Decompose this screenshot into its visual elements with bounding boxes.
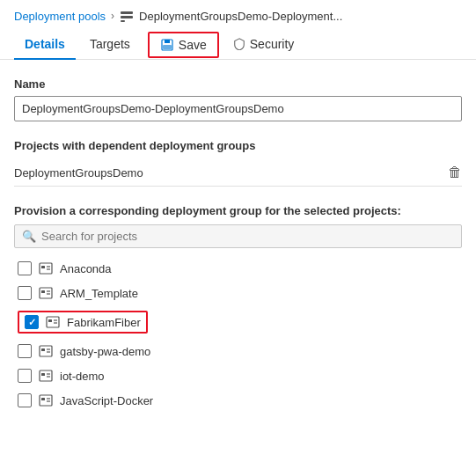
project-checkbox[interactable] [18, 393, 32, 407]
svg-rect-15 [48, 319, 52, 322]
deployment-pools-icon [120, 9, 134, 23]
delete-icon[interactable]: 🗑 [448, 165, 462, 180]
svg-rect-11 [41, 290, 45, 293]
list-item: FabrikamFiber [14, 306, 462, 338]
svg-rect-6 [40, 263, 52, 274]
tab-details[interactable]: Details [14, 30, 76, 60]
svg-rect-22 [40, 370, 52, 381]
save-icon [160, 38, 174, 52]
search-box: 🔍 [14, 224, 462, 248]
project-icon [39, 261, 53, 275]
svg-rect-27 [41, 398, 45, 400]
breadcrumb-current: DeploymentGroupsDemo-Deployment... [139, 10, 342, 23]
project-checkbox[interactable] [18, 369, 32, 383]
svg-rect-26 [40, 395, 52, 406]
svg-rect-7 [41, 266, 45, 268]
shield-icon [233, 38, 245, 50]
svg-rect-0 [121, 11, 133, 14]
project-name: Anaconda [60, 262, 112, 275]
list-item: gatsby-pwa-demo [14, 340, 462, 363]
project-icon [39, 286, 53, 300]
project-checkbox[interactable] [18, 286, 32, 300]
project-name: FabrikamFiber [67, 316, 141, 329]
list-item: Anaconda [14, 257, 462, 280]
save-button[interactable]: Save [148, 32, 219, 58]
list-item: JavaScript-Docker [14, 389, 462, 412]
project-checkbox[interactable] [18, 344, 32, 358]
tabs-bar: Details Targets Save Security [0, 30, 476, 60]
project-icon [39, 393, 53, 407]
main-content: Name Projects with dependent deployment … [0, 60, 476, 429]
svg-rect-23 [41, 373, 45, 376]
svg-rect-14 [47, 317, 59, 327]
svg-rect-19 [41, 348, 45, 351]
provision-label: Provision a corresponding deployment gro… [14, 204, 462, 217]
list-item: iot-demo [14, 364, 462, 387]
project-icon [39, 369, 53, 383]
svg-rect-2 [121, 20, 125, 22]
breadcrumb-parent[interactable]: Deployment pools [14, 10, 106, 23]
breadcrumb-separator: › [111, 10, 114, 22]
project-name: JavaScript-Docker [60, 394, 153, 407]
project-list: AnacondaARM_TemplateFabrikamFibergatsby-… [14, 257, 462, 412]
svg-rect-4 [165, 40, 170, 43]
dependent-section-title: Projects with dependent deployment group… [14, 139, 462, 152]
list-item: ARM_Template [14, 282, 462, 304]
project-checkbox[interactable] [18, 261, 32, 275]
breadcrumb: Deployment pools › DeploymentGroupsDemo-… [0, 0, 476, 30]
svg-rect-18 [40, 346, 52, 356]
save-label: Save [179, 38, 207, 52]
dependent-project-row: DeploymentGroupsDemo 🗑 [14, 159, 462, 187]
dependent-project-name: DeploymentGroupsDemo [14, 166, 143, 180]
project-icon [46, 315, 60, 329]
project-name: gatsby-pwa-demo [60, 345, 150, 358]
svg-rect-10 [40, 288, 52, 298]
name-input[interactable] [14, 96, 462, 121]
svg-rect-5 [163, 45, 172, 49]
svg-rect-1 [121, 16, 133, 18]
project-checkbox[interactable] [25, 315, 39, 329]
project-name: ARM_Template [60, 287, 138, 300]
tab-targets[interactable]: Targets [79, 30, 141, 60]
search-input[interactable] [41, 230, 454, 243]
name-label: Name [14, 77, 462, 91]
project-name: iot-demo [60, 370, 105, 383]
security-label: Security [250, 37, 295, 51]
project-icon [39, 344, 53, 358]
tab-security[interactable]: Security [223, 30, 305, 60]
search-icon: 🔍 [22, 230, 36, 243]
